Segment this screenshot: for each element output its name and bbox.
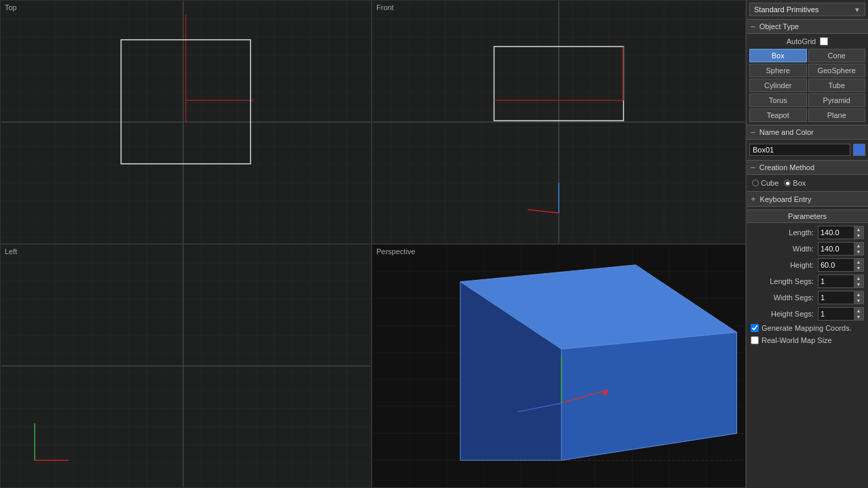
dropdown-arrow-icon: ▼ xyxy=(854,6,861,14)
creation-method-row: Cube Box xyxy=(747,176,868,190)
param-input-wrap-length: ▲ ▼ xyxy=(818,226,864,239)
param-label-length: Length: xyxy=(751,228,818,237)
param-spin-down-height-segs[interactable]: ▼ xyxy=(854,314,863,320)
autogrid-row: AutoGrid xyxy=(747,35,868,47)
btn-cone[interactable]: Cone xyxy=(808,49,866,62)
viewport-front[interactable]: Front xyxy=(372,0,746,244)
viewports: Top xyxy=(0,0,746,488)
param-input-length-segs[interactable] xyxy=(818,277,854,286)
btn-plane[interactable]: Plane xyxy=(808,108,866,122)
param-spin-up-length[interactable]: ▲ xyxy=(854,226,863,232)
param-row-length-segs: Length Segs: ▲ ▼ xyxy=(747,273,868,289)
name-color-row xyxy=(747,141,868,159)
primitives-dropdown-label: Standard Primitives xyxy=(754,5,818,14)
btn-pyramid[interactable]: Pyramid xyxy=(808,94,866,107)
param-spin-down-width-segs[interactable]: ▼ xyxy=(854,298,863,304)
param-input-width[interactable] xyxy=(818,244,854,253)
creation-method-collapse-btn[interactable]: – xyxy=(751,163,755,172)
radio-box[interactable]: Box xyxy=(784,179,806,187)
param-row-height: Height: ▲ ▼ xyxy=(747,257,868,273)
radio-cube-circle[interactable] xyxy=(752,180,759,186)
name-color-header: – Name and Color xyxy=(747,125,868,140)
btn-teapot[interactable]: Teapot xyxy=(749,108,807,122)
viewport-left-label: Left xyxy=(5,247,17,256)
btn-sphere[interactable]: Sphere xyxy=(749,64,807,77)
name-input[interactable] xyxy=(749,144,850,156)
real-world-label: Real-World Map Size xyxy=(762,336,832,344)
param-spin-up-width[interactable]: ▲ xyxy=(854,243,863,249)
keyboard-entry-header: + Keyboard Entry xyxy=(747,191,868,207)
param-spin-length-segs: ▲ ▼ xyxy=(854,275,863,287)
object-type-label: Object Type xyxy=(760,22,800,30)
param-label-length-segs: Length Segs: xyxy=(751,277,818,285)
param-spin-height: ▲ ▼ xyxy=(854,259,863,271)
param-spin-down-width[interactable]: ▼ xyxy=(854,249,863,255)
param-input-height-segs[interactable] xyxy=(818,309,854,319)
parameters-header: Parameters xyxy=(747,209,868,223)
checkbox-row-mapping: Generate Mapping Coords. xyxy=(747,322,868,334)
param-row-length: Length: ▲ ▼ xyxy=(747,224,868,241)
param-input-width-segs[interactable] xyxy=(818,293,854,302)
mapping-coords-label: Generate Mapping Coords. xyxy=(762,324,852,332)
param-input-wrap-length-segs: ▲ ▼ xyxy=(818,274,864,288)
object-type-header: – Object Type xyxy=(747,19,868,34)
param-spin-height-segs: ▲ ▼ xyxy=(854,308,863,320)
color-swatch[interactable] xyxy=(853,144,865,156)
param-spin-up-length-segs[interactable]: ▲ xyxy=(854,275,863,281)
btn-cylinder[interactable]: Cylinder xyxy=(749,79,807,92)
param-row-width-segs: Width Segs: ▲ ▼ xyxy=(747,289,868,306)
param-label-height-segs: Height Segs: xyxy=(751,310,818,318)
param-input-length[interactable] xyxy=(818,228,854,237)
primitives-dropdown[interactable]: Standard Primitives ▼ xyxy=(749,3,865,16)
param-spin-width-segs: ▲ ▼ xyxy=(854,291,863,304)
viewport-left-grid xyxy=(1,245,371,487)
right-panel: Standard Primitives ▼ – Object Type Auto… xyxy=(746,0,868,488)
keyboard-entry-label: Keyboard Entry xyxy=(760,195,812,203)
object-type-collapse-btn[interactable]: – xyxy=(751,22,755,31)
btn-torus[interactable]: Torus xyxy=(749,94,807,107)
checkbox-row-realworld: Real-World Map Size xyxy=(747,334,868,346)
param-spin-up-width-segs[interactable]: ▲ xyxy=(854,291,863,298)
param-spin-width: ▲ ▼ xyxy=(854,243,863,255)
keyboard-entry-expand-btn[interactable]: + xyxy=(751,194,756,204)
param-spin-up-height-segs[interactable]: ▲ xyxy=(854,308,863,314)
object-type-grid: Box Cone Sphere GeoSphere Cylinder Tube … xyxy=(747,47,868,123)
viewport-perspective[interactable]: Perspective xyxy=(372,244,746,488)
viewport-perspective-3d xyxy=(372,245,745,487)
real-world-checkbox[interactable] xyxy=(751,336,759,344)
btn-box[interactable]: Box xyxy=(749,49,807,62)
radio-box-label: Box xyxy=(793,179,806,187)
param-spin-down-length[interactable]: ▼ xyxy=(854,232,863,239)
param-spin-length: ▲ ▼ xyxy=(854,226,863,239)
btn-tube[interactable]: Tube xyxy=(808,79,866,92)
autogrid-checkbox[interactable] xyxy=(820,37,828,45)
btn-geosphere[interactable]: GeoSphere xyxy=(808,64,866,77)
param-spin-down-length-segs[interactable]: ▼ xyxy=(854,281,863,287)
param-input-height[interactable] xyxy=(818,260,854,270)
param-input-wrap-width-segs: ▲ ▼ xyxy=(818,291,864,304)
radio-cube[interactable]: Cube xyxy=(752,179,778,187)
viewport-perspective-label: Perspective xyxy=(376,247,415,256)
param-input-wrap-width: ▲ ▼ xyxy=(818,242,864,256)
param-spin-down-height[interactable]: ▼ xyxy=(854,265,863,271)
creation-method-header: – Creation Method xyxy=(747,160,868,175)
radio-cube-label: Cube xyxy=(761,179,778,187)
mapping-coords-checkbox[interactable] xyxy=(751,324,759,332)
viewport-left[interactable]: Left xyxy=(0,244,372,488)
param-row-width: Width: ▲ ▼ xyxy=(747,241,868,257)
param-input-wrap-height: ▲ ▼ xyxy=(818,258,864,272)
viewport-top[interactable]: Top xyxy=(0,0,372,244)
viewport-front-label: Front xyxy=(376,3,394,12)
viewport-top-grid xyxy=(1,1,371,243)
name-color-collapse-btn[interactable]: – xyxy=(751,127,755,137)
param-spin-up-height[interactable]: ▲ xyxy=(854,259,863,265)
viewport-top-label: Top xyxy=(5,3,17,12)
viewport-front-grid xyxy=(372,1,745,243)
param-row-height-segs: Height Segs: ▲ ▼ xyxy=(747,306,868,322)
autogrid-label: AutoGrid xyxy=(787,37,816,45)
name-color-label: Name and Color xyxy=(760,128,814,136)
creation-method-label: Creation Method xyxy=(760,163,814,171)
radio-box-circle[interactable] xyxy=(784,180,791,186)
param-label-width-segs: Width Segs: xyxy=(751,293,818,302)
param-input-wrap-height-segs: ▲ ▼ xyxy=(818,307,864,321)
